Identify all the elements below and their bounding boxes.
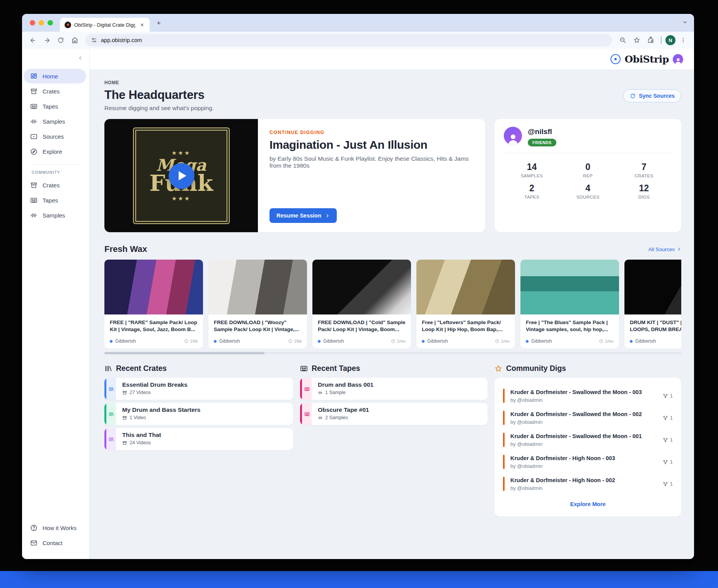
crate-icon bbox=[30, 182, 38, 189]
freshwax-scrollbar-thumb[interactable] bbox=[104, 352, 264, 354]
crate-bars-icon bbox=[104, 365, 112, 372]
sidebar-item-crates[interactable]: Crates bbox=[24, 84, 86, 99]
sidebar-item-community-crates[interactable]: Crates bbox=[24, 178, 86, 192]
source-card[interactable]: Free | "The Blues" Sample Pack | Vintage… bbox=[520, 260, 619, 348]
tape-list-item[interactable]: Drum and Bass 001 1 Sample bbox=[300, 378, 488, 400]
source-channel: Gibberish bbox=[323, 338, 344, 344]
dig-list-item[interactable]: Kruder & Dorfmeister - High Noon - 002 b… bbox=[503, 473, 673, 495]
dig-list-item[interactable]: Kruder & Dorfmeister - Swallowed the Moo… bbox=[503, 407, 673, 429]
source-channel: Gibberish bbox=[219, 338, 240, 344]
sidebar-item-contact[interactable]: Contact bbox=[24, 535, 86, 550]
close-window-button[interactable] bbox=[30, 20, 35, 25]
mail-icon bbox=[30, 539, 38, 547]
app-header: ObiStrip bbox=[90, 49, 694, 70]
zoom-icon[interactable] bbox=[617, 34, 629, 46]
sidebar-item-explore[interactable]: Explore bbox=[24, 144, 86, 159]
tape-title: Drum and Bass 001 bbox=[318, 381, 373, 388]
freshwax-scrollbar-track[interactable] bbox=[104, 352, 681, 354]
forward-button[interactable] bbox=[41, 34, 53, 46]
source-channel: Gibberish bbox=[635, 338, 656, 344]
clock-icon bbox=[184, 339, 189, 343]
fork-icon bbox=[663, 481, 668, 487]
crate-meta: 27 Videos bbox=[130, 390, 151, 395]
source-thumbnail bbox=[416, 260, 515, 314]
crate-bars-icon bbox=[106, 378, 116, 400]
source-dot-icon bbox=[214, 340, 217, 343]
new-tab-button[interactable] bbox=[156, 20, 162, 26]
sidebar-item-label: Samples bbox=[43, 212, 65, 219]
clock-icon bbox=[495, 339, 500, 343]
explore-more-link[interactable]: Explore More bbox=[503, 495, 673, 510]
dig-list-item[interactable]: Kruder & Dorfmeister - High Noon - 003 b… bbox=[503, 451, 673, 473]
source-channel: Gibberish bbox=[427, 338, 448, 344]
crate-list-item[interactable]: This and That 24 Videos bbox=[104, 428, 293, 450]
sidebar-item-home[interactable]: Home bbox=[24, 69, 86, 83]
sidebar-item-community-samples[interactable]: Samples bbox=[24, 208, 86, 223]
source-dot-icon bbox=[110, 340, 113, 343]
extensions-icon[interactable] bbox=[645, 34, 657, 46]
back-button[interactable] bbox=[27, 34, 39, 46]
dig-author: by @obiadmin bbox=[510, 463, 663, 469]
home-button[interactable] bbox=[68, 34, 81, 46]
crate-list-item[interactable]: My Drum and Bass Starters 1 Video bbox=[104, 403, 293, 425]
crate-icon bbox=[30, 88, 38, 95]
desktop: ObiStrip - Digital Crate Digge bbox=[0, 0, 718, 588]
dig-list-item[interactable]: Kruder & Dorfmeister - Swallowed the Moo… bbox=[503, 429, 673, 451]
browser-tabstrip: ObiStrip - Digital Crate Digge bbox=[22, 14, 694, 32]
source-age: 1mo bbox=[501, 339, 510, 343]
profile-avatar[interactable] bbox=[504, 127, 522, 145]
sidebar-item-label: Crates bbox=[43, 182, 60, 189]
waveform-icon bbox=[30, 118, 38, 125]
video-thumbnail[interactable]: ★★★ Mega Funk ★★★ bbox=[104, 119, 258, 232]
sidebar-collapse-icon[interactable] bbox=[78, 55, 83, 61]
sidebar-item-sources[interactable]: Sources bbox=[24, 129, 86, 144]
bookmark-star-icon[interactable] bbox=[631, 34, 643, 46]
waveform-icon bbox=[318, 415, 323, 420]
minimize-window-button[interactable] bbox=[39, 20, 44, 25]
tape-list-item[interactable]: Obscure Tape #01 2 Samples bbox=[300, 403, 488, 425]
community-digs-card: Kruder & Dorfmeister - Swallowed the Moo… bbox=[495, 378, 681, 517]
page-title: The Headquarters bbox=[104, 88, 214, 102]
dig-list-item[interactable]: Kruder & Dorfmeister - Swallowed the Moo… bbox=[503, 385, 673, 407]
cassette-icon bbox=[300, 365, 308, 372]
sidebar-item-samples[interactable]: Samples bbox=[24, 114, 86, 129]
browser-menu-icon[interactable] bbox=[677, 34, 689, 46]
crate-list-item[interactable]: Essential Drum Breaks 27 Videos bbox=[104, 378, 293, 400]
source-card[interactable]: DRUM KIT | "DUST" | DRUM LOOPS, DRUM BRE… bbox=[624, 260, 681, 348]
profile-handle[interactable]: @nilsfl bbox=[528, 127, 556, 136]
maximize-window-button[interactable] bbox=[48, 20, 53, 25]
sidebar-item-label: How it Works bbox=[43, 525, 77, 531]
address-bar[interactable]: app.obistrip.com bbox=[85, 34, 612, 46]
resume-session-button[interactable]: Resume Session bbox=[269, 208, 337, 223]
sidebar-item-community-tapes[interactable]: Tapes bbox=[24, 193, 86, 207]
source-card[interactable]: FREE | "RARE" Sample Pack/ Loop Kit | Vi… bbox=[104, 260, 203, 348]
browser-tab[interactable]: ObiStrip - Digital Crate Digge bbox=[60, 18, 150, 32]
sidebar-item-label: Contact bbox=[43, 540, 63, 546]
stat-samples: 14SAMPLES bbox=[504, 162, 560, 178]
sidebar-item-how-it-works[interactable]: How it Works bbox=[24, 520, 86, 535]
site-settings-icon[interactable] bbox=[91, 37, 97, 43]
user-avatar[interactable] bbox=[673, 54, 683, 65]
crate-icon bbox=[122, 415, 127, 420]
reload-button[interactable] bbox=[55, 34, 67, 46]
tab-search-chevron-icon[interactable] bbox=[682, 19, 688, 25]
source-dot-icon bbox=[526, 340, 529, 343]
source-card[interactable]: FREE DOWNLOAD | "Cold" Sample Pack/ Loop… bbox=[312, 260, 411, 348]
sidebar-item-label: Tapes bbox=[43, 103, 58, 110]
sidebar-item-tapes[interactable]: Tapes bbox=[24, 99, 86, 114]
close-tab-icon[interactable] bbox=[138, 22, 146, 28]
grid-icon bbox=[30, 73, 38, 80]
fork-icon bbox=[663, 415, 668, 421]
source-thumbnail bbox=[624, 260, 681, 314]
waveform-icon bbox=[30, 212, 38, 219]
source-card[interactable]: Free | "Leftovers" Sample Pack/ Loop Kit… bbox=[416, 260, 515, 348]
play-button[interactable] bbox=[169, 163, 194, 189]
source-thumbnail bbox=[208, 260, 307, 314]
browser-profile-avatar[interactable]: N bbox=[665, 35, 675, 45]
dig-author: by @obiadmin bbox=[510, 441, 663, 447]
source-card[interactable]: FREE DOWNLOAD | "Woozy" Sample Pack/ Loo… bbox=[208, 260, 307, 348]
friends-badge: FRIENDS bbox=[528, 139, 556, 146]
sync-sources-button[interactable]: Sync Sources bbox=[623, 89, 681, 102]
all-sources-link[interactable]: All Sources bbox=[648, 246, 681, 252]
dig-title: Kruder & Dorfmeister - Swallowed the Moo… bbox=[510, 389, 663, 395]
